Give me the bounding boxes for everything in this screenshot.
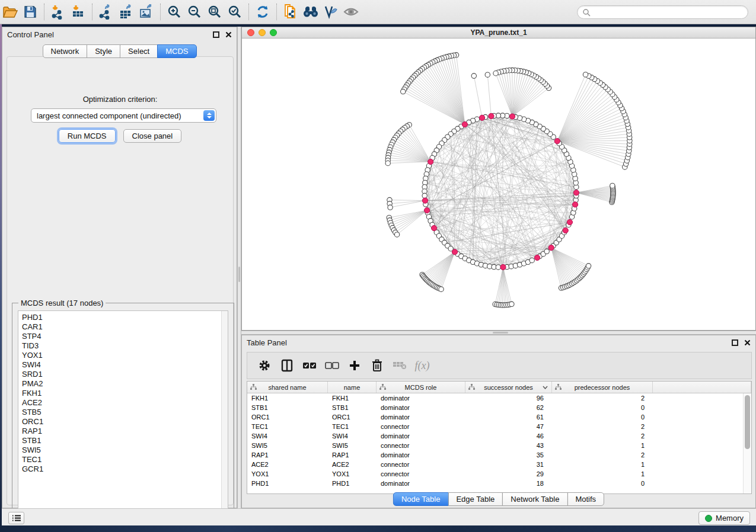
- graph-mcds-hub-node[interactable]: [452, 249, 457, 255]
- import-table-icon[interactable]: [68, 3, 88, 21]
- table-row[interactable]: TEC1TEC1connector472: [247, 422, 743, 431]
- delete-table-icon[interactable]: [388, 355, 411, 376]
- graph-mcds-hub-node[interactable]: [462, 121, 467, 127]
- graph-mcds-hub-node[interactable]: [479, 115, 484, 120]
- close-panel-button[interactable]: Close panel: [123, 129, 182, 143]
- graph-mcds-hub-node[interactable]: [428, 159, 433, 164]
- graph-leaf-node[interactable]: [610, 183, 615, 188]
- graph-leaf-node[interactable]: [401, 89, 406, 94]
- tab-select[interactable]: Select: [120, 44, 158, 58]
- table-tab-node-table[interactable]: Node Table: [393, 492, 449, 506]
- horizontal-splitter[interactable]: [241, 331, 756, 335]
- graph-node[interactable]: [496, 265, 500, 270]
- save-session-icon[interactable]: [20, 3, 40, 21]
- mcds-result-item[interactable]: PHD1: [22, 313, 228, 322]
- table-row[interactable]: ORC1ORC1dominator610: [247, 412, 743, 422]
- table-row[interactable]: RAP1RAP1dominator352: [247, 450, 743, 460]
- mcds-result-item[interactable]: SRD1: [22, 370, 228, 379]
- graph-mcds-hub-node[interactable]: [424, 207, 429, 213]
- criterion-dropdown[interactable]: largest connected component (undirected): [31, 108, 216, 123]
- tab-mcds[interactable]: MCDS: [157, 44, 196, 58]
- tab-style[interactable]: Style: [87, 44, 120, 58]
- table-row[interactable]: PHD1PHD1dominator180: [247, 479, 743, 488]
- graph-leaf-node[interactable]: [394, 232, 399, 237]
- graph-node[interactable]: [422, 193, 427, 198]
- memory-button[interactable]: Memory: [698, 511, 750, 525]
- network-canvas[interactable]: [242, 39, 755, 330]
- table-row[interactable]: STB1STB1dominator620: [247, 403, 743, 412]
- graph-node[interactable]: [544, 249, 549, 254]
- table-row[interactable]: ACE2ACE2connector311: [247, 460, 743, 469]
- graph-mcds-hub-node[interactable]: [500, 264, 506, 270]
- show-hide-eye-icon[interactable]: [341, 3, 361, 21]
- task-history-button[interactable]: [8, 512, 24, 524]
- table-tab-motifs[interactable]: Motifs: [567, 492, 604, 506]
- close-panel-icon[interactable]: [225, 31, 232, 38]
- select-all-columns-icon[interactable]: [298, 355, 321, 376]
- global-search-input[interactable]: [577, 5, 748, 19]
- graph-mcds-hub-node[interactable]: [554, 139, 560, 144]
- graph-leaf-node[interactable]: [388, 205, 393, 210]
- graph-mcds-hub-node[interactable]: [573, 190, 579, 196]
- graph-mcds-hub-node[interactable]: [431, 225, 436, 230]
- open-file-icon[interactable]: [0, 3, 20, 21]
- graph-leaf-node[interactable]: [471, 73, 476, 78]
- graph-mcds-hub-node[interactable]: [489, 113, 494, 118]
- graph-leaf-node[interactable]: [583, 72, 588, 77]
- mcds-result-list[interactable]: PHD1CAR1STP4TID3YOX1SWI4SRD1PMA2FKH1ACE2…: [18, 310, 228, 520]
- mcds-result-item[interactable]: STP4: [22, 332, 228, 341]
- graph-leaf-node[interactable]: [485, 72, 490, 77]
- table-scrollbar[interactable]: [743, 393, 751, 493]
- mcds-result-item[interactable]: CAR1: [22, 322, 228, 332]
- toggle-graphics-details-icon[interactable]: [321, 3, 341, 21]
- graph-leaf-node[interactable]: [509, 302, 514, 306]
- column-header-MCDS-role[interactable]: MCDS role: [377, 382, 465, 393]
- graph-mcds-hub-node[interactable]: [563, 227, 568, 233]
- mcds-result-item[interactable]: STB5: [22, 408, 228, 417]
- search-binoculars-icon[interactable]: [301, 3, 321, 21]
- table-tab-edge-table[interactable]: Edge Table: [448, 492, 503, 506]
- apply-layout-refresh-icon[interactable]: [253, 3, 273, 21]
- export-image-icon[interactable]: [136, 3, 157, 21]
- zoom-fit-icon[interactable]: [205, 3, 225, 21]
- column-header-shared-name[interactable]: shared name: [247, 382, 328, 393]
- mcds-result-item[interactable]: ACE2: [22, 398, 228, 408]
- export-table-icon[interactable]: [116, 3, 136, 21]
- column-header-name[interactable]: name: [328, 382, 377, 393]
- mcds-result-item[interactable]: PMA2: [22, 379, 228, 389]
- mcds-result-item[interactable]: RAP1: [22, 427, 228, 436]
- new-network-from-selection-icon[interactable]: [280, 3, 301, 21]
- graph-mcds-hub-node[interactable]: [572, 202, 578, 207]
- graph-leaf-node[interactable]: [439, 287, 444, 291]
- mcds-result-item[interactable]: SWI5: [22, 446, 228, 455]
- table-row[interactable]: YOX1YOX1connector291: [247, 469, 743, 479]
- delete-column-icon[interactable]: [366, 355, 388, 376]
- graph-mcds-hub-node[interactable]: [422, 198, 428, 203]
- mcds-result-item[interactable]: ORC1: [22, 417, 228, 427]
- mcds-result-item[interactable]: GCR1: [22, 464, 228, 474]
- tab-network[interactable]: Network: [42, 44, 87, 58]
- show-columns-icon[interactable]: [276, 355, 298, 376]
- table-tab-network-table[interactable]: Network Table: [502, 492, 567, 506]
- graph-mcds-hub-node[interactable]: [534, 255, 540, 260]
- column-header-successor-nodes[interactable]: successor nodes: [465, 382, 552, 393]
- graph-leaf-node[interactable]: [586, 264, 591, 268]
- settings-gear-icon[interactable]: [253, 355, 276, 376]
- graph-mcds-hub-node[interactable]: [548, 245, 554, 251]
- table-row[interactable]: SWI5SWI5connector431: [247, 441, 743, 450]
- table-row[interactable]: FKH1FKH1dominator962: [247, 393, 743, 403]
- float-window-icon[interactable]: [732, 339, 738, 346]
- float-window-icon[interactable]: [213, 31, 219, 38]
- graph-leaf-node[interactable]: [385, 161, 390, 165]
- graph-leaf-node[interactable]: [493, 71, 498, 76]
- function-builder-icon[interactable]: f(x): [411, 355, 433, 376]
- add-column-icon[interactable]: [343, 355, 366, 376]
- zoom-in-icon[interactable]: [164, 3, 184, 21]
- mcds-list-scrollbar[interactable]: [221, 311, 228, 519]
- zoom-selected-icon[interactable]: [225, 3, 245, 21]
- run-mcds-button[interactable]: Run MCDS: [59, 129, 116, 143]
- graph-node[interactable]: [529, 258, 534, 262]
- mcds-result-item[interactable]: YOX1: [22, 351, 228, 360]
- column-header-predecessor-nodes[interactable]: predecessor nodes: [552, 382, 653, 393]
- deselect-all-columns-icon[interactable]: [321, 355, 343, 376]
